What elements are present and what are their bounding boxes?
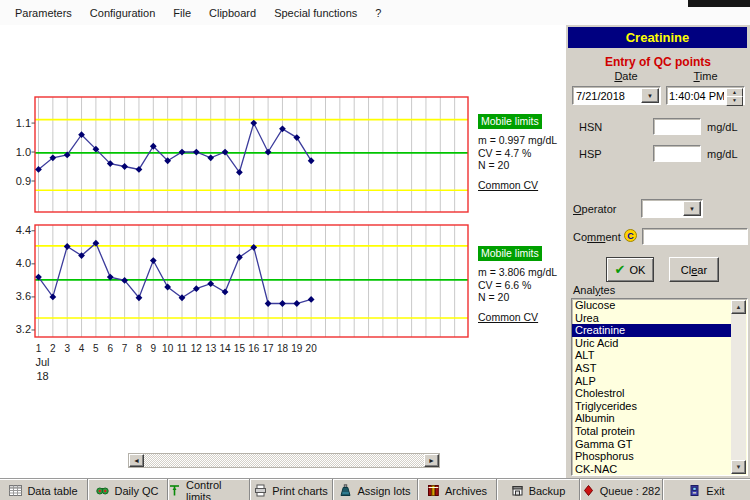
svg-text:1: 1 xyxy=(36,343,42,354)
toolbar-button-label: Print charts xyxy=(272,485,328,497)
hsn-field-box[interactable] xyxy=(653,118,701,135)
hsn-unit: mg/dL xyxy=(707,121,738,133)
analyte-item-glucose[interactable]: Glucose xyxy=(572,299,731,312)
time-picker[interactable]: ▲ ▼ xyxy=(666,86,745,105)
exit-button[interactable]: Exit xyxy=(663,479,750,500)
menu-item-parameters[interactable]: Parameters xyxy=(6,4,81,22)
menu-item-special-functions[interactable]: Special functions xyxy=(265,4,366,22)
mobile-limits-badge: Mobile limits xyxy=(478,246,542,261)
queue-icon xyxy=(582,484,595,497)
menu-item-clipboard[interactable]: Clipboard xyxy=(200,4,265,22)
comment-input[interactable] xyxy=(643,229,747,244)
common-cv-link-level1[interactable]: Common CV xyxy=(478,179,538,191)
svg-text:17: 17 xyxy=(263,343,275,354)
print-charts-icon xyxy=(254,484,267,497)
time-spin-down-button[interactable]: ▼ xyxy=(726,96,743,106)
print-charts-button[interactable]: Print charts xyxy=(250,479,333,500)
toolbar-button-label: Archives xyxy=(445,485,487,497)
mobile-limits-badge: Mobile limits xyxy=(478,114,542,129)
data-table-button[interactable]: Data table xyxy=(0,479,88,500)
menu-item-configuration[interactable]: Configuration xyxy=(81,4,164,22)
analytes-scrollbar[interactable]: ▲ ▼ xyxy=(731,300,746,474)
bottom-toolbar: Data tableDaily QCControl limitsPrint ch… xyxy=(0,478,750,500)
assign-lots-button[interactable]: Assign lots xyxy=(333,479,418,500)
hsn-input[interactable] xyxy=(654,119,700,134)
svg-text:19: 19 xyxy=(291,343,303,354)
qc-entry-panel: Creatinine Entry of QC points Date Time … xyxy=(565,25,750,478)
hsp-input[interactable] xyxy=(654,146,700,161)
archives-button[interactable]: Archives xyxy=(418,479,497,500)
comment-field-box[interactable] xyxy=(642,228,748,245)
daily-qc-icon xyxy=(96,484,109,497)
analyte-item-creatinine[interactable]: Creatinine xyxy=(572,324,731,337)
svg-text:20: 20 xyxy=(306,343,318,354)
comment-recall-icon[interactable]: C xyxy=(624,229,637,242)
date-input[interactable] xyxy=(573,87,643,104)
analyte-item-phosphorus[interactable]: Phosphorus xyxy=(572,450,731,463)
svg-text:12: 12 xyxy=(191,343,203,354)
n-value-level2: N = 20 xyxy=(478,291,568,304)
svg-text:16: 16 xyxy=(248,343,260,354)
svg-text:11: 11 xyxy=(177,343,188,354)
entry-subtitle: Entry of QC points xyxy=(566,55,750,69)
analyte-item-alt[interactable]: ALT xyxy=(572,349,731,362)
svg-text:1.1: 1.1 xyxy=(16,117,31,129)
analyte-item-cholestrol[interactable]: Cholestrol xyxy=(572,387,731,400)
analyte-item-total-protein[interactable]: Total protein xyxy=(572,425,731,438)
svg-text:5: 5 xyxy=(93,343,99,354)
chart-area: 1.11.00.94.44.03.63.21234567891011121314… xyxy=(0,25,565,478)
assign-lots-icon xyxy=(339,484,352,497)
control-limits-button[interactable]: Control limits xyxy=(168,479,250,500)
scroll-right-button[interactable]: ► xyxy=(424,454,439,467)
svg-text:18: 18 xyxy=(277,343,289,354)
chart-horizontal-scrollbar[interactable]: ◄ ► xyxy=(128,453,440,468)
date-dropdown-button[interactable]: ▼ xyxy=(641,88,659,103)
time-input[interactable] xyxy=(667,87,727,104)
analyte-item-gamma-gt[interactable]: Gamma GT xyxy=(572,438,731,451)
hsp-label: HSP xyxy=(579,148,602,160)
svg-text:4.0: 4.0 xyxy=(16,257,31,269)
common-cv-link-level2[interactable]: Common CV xyxy=(478,311,538,323)
svg-text:0.9: 0.9 xyxy=(16,175,31,187)
svg-text:2: 2 xyxy=(50,343,56,354)
hsn-label: HSN xyxy=(579,121,602,133)
svg-text:6: 6 xyxy=(107,343,113,354)
svg-text:15: 15 xyxy=(234,343,246,354)
analyte-item-albumin[interactable]: Albumin xyxy=(572,412,731,425)
svg-text:7: 7 xyxy=(122,343,128,354)
operator-dropdown[interactable]: ▼ xyxy=(641,199,703,218)
date-label: Date xyxy=(591,70,661,82)
analyte-item-alp[interactable]: ALP xyxy=(572,375,731,388)
date-picker[interactable]: ▼ xyxy=(572,86,661,105)
menu-item-[interactable]: ? xyxy=(366,4,390,22)
time-label: Time xyxy=(666,70,745,82)
svg-text:3.2: 3.2 xyxy=(16,323,31,335)
analytes-scroll-down-button[interactable]: ▼ xyxy=(731,460,746,474)
hsp-unit: mg/dL xyxy=(707,148,738,160)
analyte-item-ast[interactable]: AST xyxy=(572,362,731,375)
analyte-item-uric-acid[interactable]: Uric Acid xyxy=(572,337,731,350)
analyte-item-ck-nac[interactable]: CK-NAC xyxy=(572,463,731,476)
analytes-listbox[interactable]: GlucoseUreaCreatinineUric AcidALTASTALPC… xyxy=(571,298,748,476)
operator-dropdown-button[interactable]: ▼ xyxy=(683,201,701,216)
qc-application-window: { "menu": {"items": ["Parameters", "Conf… xyxy=(0,0,750,500)
analyte-item-urea[interactable]: Urea xyxy=(572,312,731,325)
svg-text:14: 14 xyxy=(219,343,231,354)
toolbar-button-label: Daily QC xyxy=(114,485,158,497)
svg-text:18: 18 xyxy=(36,370,48,382)
analytes-label: Analytes xyxy=(573,284,615,296)
clear-button[interactable]: Clear xyxy=(669,257,719,282)
toolbar-button-label: Backup xyxy=(529,485,566,497)
hsp-field-box[interactable] xyxy=(653,145,701,162)
scroll-left-button[interactable]: ◄ xyxy=(129,454,144,467)
queue-282-button[interactable]: Queue : 282 xyxy=(580,479,663,500)
ok-button[interactable]: ✔ OK xyxy=(606,257,654,282)
backup-button[interactable]: Backup xyxy=(497,479,580,500)
data-table-icon xyxy=(9,484,22,497)
svg-text:3.6: 3.6 xyxy=(16,290,31,302)
analyte-item-triglycerides[interactable]: Triglycerides xyxy=(572,400,731,413)
menu-item-file[interactable]: File xyxy=(164,4,200,22)
analytes-scroll-up-button[interactable]: ▲ xyxy=(731,300,746,314)
daily-qc-button[interactable]: Daily QC xyxy=(88,479,168,500)
n-value-level1: N = 20 xyxy=(478,159,568,172)
